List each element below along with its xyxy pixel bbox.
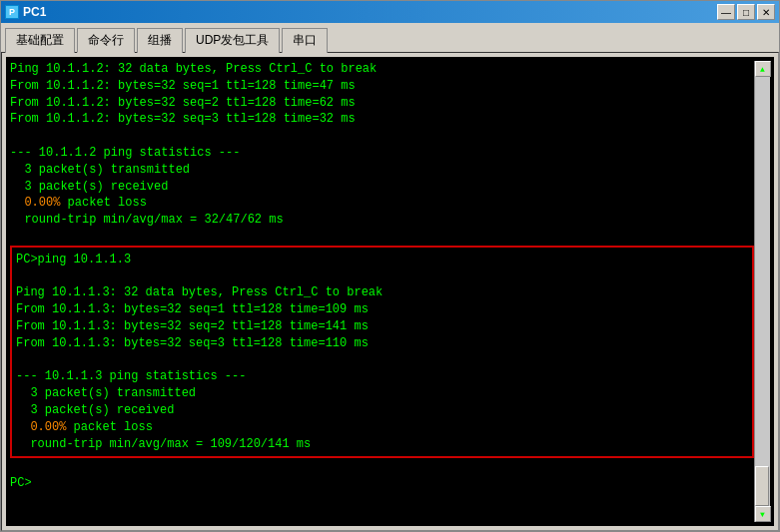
line-4: From 10.1.1.2: bytes=32 seq=3 ttl=128 ti…: [10, 111, 754, 128]
main-window: P PC1 — □ ✕ 基础配置 命令行 组播 UDP发包工具 串口 Ping …: [0, 0, 780, 532]
hl-line-11: 0.00% packet loss: [16, 419, 748, 436]
scroll-down-button[interactable]: ▼: [755, 506, 771, 522]
maximize-button[interactable]: □: [737, 4, 755, 20]
packet-loss-2: 0.00%: [30, 420, 66, 434]
hl-line-8: --- 10.1.1.3 ping statistics ---: [16, 368, 748, 385]
scroll-track: [755, 77, 770, 506]
hl-line-5: From 10.1.1.3: bytes=32 seq=2 ttl=128 ti…: [16, 318, 748, 335]
line-9: 0.00% packet loss: [10, 195, 754, 212]
packet-loss-1: 0.00%: [24, 196, 60, 210]
tab-udp[interactable]: UDP发包工具: [185, 28, 280, 53]
hl-line-3: Ping 10.1.1.3: 32 data bytes, Press Ctrl…: [16, 284, 748, 301]
terminal-content: Ping 10.1.1.2: 32 data bytes, Press Ctrl…: [10, 61, 754, 522]
tab-multicast[interactable]: 组播: [137, 28, 183, 53]
hl-line-7: [16, 352, 748, 369]
minimize-button[interactable]: —: [717, 4, 735, 20]
window-title: PC1: [23, 5, 46, 19]
packet-loss-text-1: packet loss: [60, 196, 146, 210]
terminal-scrollbar: ▲ ▼: [754, 61, 770, 522]
line-7: 3 packet(s) transmitted: [10, 162, 754, 179]
window-icon: P: [5, 5, 19, 19]
line-10: round-trip min/avg/max = 32/47/62 ms: [10, 212, 754, 229]
tab-bar: 基础配置 命令行 组播 UDP发包工具 串口: [1, 23, 779, 52]
packet-loss-text-2: packet loss: [66, 420, 152, 434]
hl-line-4: From 10.1.1.3: bytes=32 seq=1 ttl=128 ti…: [16, 301, 748, 318]
hl-line-9: 3 packet(s) transmitted: [16, 385, 748, 402]
line-prompt: PC>: [10, 475, 754, 492]
line-6: --- 10.1.1.2 ping statistics ---: [10, 145, 754, 162]
title-bar-left: P PC1: [5, 5, 46, 19]
line-2: From 10.1.1.2: bytes=32 seq=1 ttl=128 ti…: [10, 78, 754, 95]
content-area: Ping 10.1.1.2: 32 data bytes, Press Ctrl…: [1, 52, 779, 531]
title-buttons: — □ ✕: [717, 4, 775, 20]
title-bar: P PC1 — □ ✕: [1, 1, 779, 23]
hl-line-10: 3 packet(s) received: [16, 402, 748, 419]
tab-command[interactable]: 命令行: [77, 28, 135, 53]
line-11: [10, 229, 754, 246]
highlight-box: PC>ping 10.1.1.3 Ping 10.1.1.3: 32 data …: [10, 246, 754, 459]
hl-line-1: PC>ping 10.1.1.3: [16, 252, 748, 268]
hl-line-12: round-trip min/avg/max = 109/120/141 ms: [16, 436, 748, 453]
tab-serial[interactable]: 串口: [282, 28, 328, 53]
scroll-thumb[interactable]: [755, 466, 769, 506]
close-button[interactable]: ✕: [757, 4, 775, 20]
line-after-1: [10, 458, 754, 475]
tab-basics[interactable]: 基础配置: [5, 28, 75, 53]
hl-line-6: From 10.1.1.3: bytes=32 seq=3 ttl=128 ti…: [16, 335, 748, 352]
terminal[interactable]: Ping 10.1.1.2: 32 data bytes, Press Ctrl…: [6, 57, 774, 526]
line-8: 3 packet(s) received: [10, 179, 754, 196]
line-5: [10, 128, 754, 145]
scroll-up-button[interactable]: ▲: [755, 61, 771, 77]
hl-line-2: [16, 268, 748, 285]
line-1: Ping 10.1.1.2: 32 data bytes, Press Ctrl…: [10, 61, 754, 78]
line-3: From 10.1.1.2: bytes=32 seq=2 ttl=128 ti…: [10, 95, 754, 112]
